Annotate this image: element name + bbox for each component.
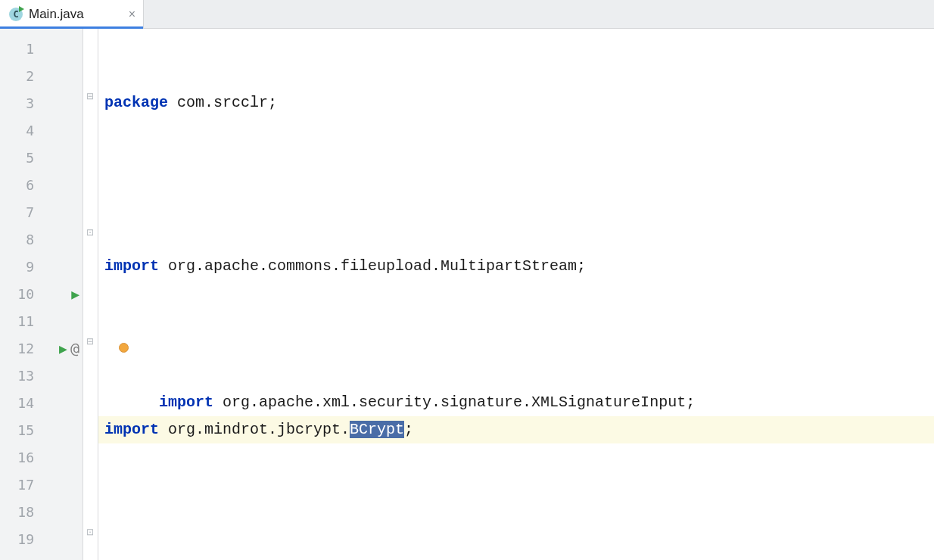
gutter-line: 4 bbox=[0, 117, 83, 144]
gutter-line: 12 ▶ @ bbox=[0, 334, 83, 362]
code-line: package com.srcclr; bbox=[98, 89, 934, 117]
gutter[interactable]: 1 2 3 4 5 6 7 8 9 10 ▶ 11 12 ▶ @ 13 14 1… bbox=[0, 29, 83, 560]
gutter-line: 7 bbox=[0, 198, 83, 226]
file-tab-main-java[interactable]: C Main.java × bbox=[0, 0, 144, 28]
gutter-line: 6 bbox=[0, 171, 83, 198]
run-overlay-icon bbox=[17, 5, 25, 13]
run-gutter-icon[interactable]: ▶ bbox=[71, 286, 79, 302]
code-line bbox=[98, 498, 934, 525]
editor: 1 2 3 4 5 6 7 8 9 10 ▶ 11 12 ▶ @ 13 14 1… bbox=[0, 29, 934, 560]
svg-marker-0 bbox=[19, 6, 24, 12]
code-line: import org.apache.xml.security.signature… bbox=[98, 334, 934, 362]
gutter-line: 9 bbox=[0, 253, 83, 280]
fold-column: ⊟ ⊡ ⊟ ⊡ bbox=[83, 29, 98, 560]
gutter-line: 14 bbox=[0, 389, 83, 416]
gutter-line: 2 bbox=[0, 62, 83, 89]
gutter-line: 10 ▶ bbox=[0, 280, 83, 307]
gutter-line: 1 bbox=[0, 35, 83, 62]
gutter-line: 18 bbox=[0, 498, 83, 525]
warning-gutter-icon[interactable] bbox=[119, 343, 129, 353]
gutter-line: 16 bbox=[0, 443, 83, 471]
fold-icon[interactable]: ⊟ bbox=[85, 91, 95, 101]
gutter-line: 3 bbox=[0, 89, 83, 117]
run-gutter-icon[interactable]: ▶ bbox=[59, 341, 67, 356]
tab-bar: C Main.java × bbox=[0, 0, 934, 29]
gutter-line: 15 bbox=[0, 416, 83, 443]
gutter-line: 11 bbox=[0, 307, 83, 334]
code-line-current: import org.mindrot.jbcrypt.BCrypt; bbox=[98, 416, 934, 443]
java-class-icon: C bbox=[9, 8, 23, 21]
fold-icon[interactable]: ⊡ bbox=[85, 527, 95, 537]
gutter-line: 17 bbox=[0, 471, 83, 498]
tab-label: Main.java bbox=[29, 7, 84, 22]
code-line bbox=[98, 171, 934, 198]
gutter-line: 8 bbox=[0, 226, 83, 253]
gutter-line: 19 bbox=[0, 525, 83, 552]
selection: BCrypt bbox=[350, 421, 404, 438]
override-gutter-icon[interactable]: @ bbox=[70, 339, 79, 357]
gutter-line: 13 bbox=[0, 362, 83, 389]
code-line: import org.apache.commons.fileupload.Mul… bbox=[98, 253, 934, 280]
close-tab-icon[interactable]: × bbox=[129, 8, 135, 20]
fold-icon[interactable]: ⊟ bbox=[85, 336, 95, 347]
gutter-line: 5 bbox=[0, 144, 83, 171]
fold-icon[interactable]: ⊡ bbox=[85, 227, 95, 238]
code-area[interactable]: package com.srcclr; import org.apache.co… bbox=[98, 29, 934, 560]
